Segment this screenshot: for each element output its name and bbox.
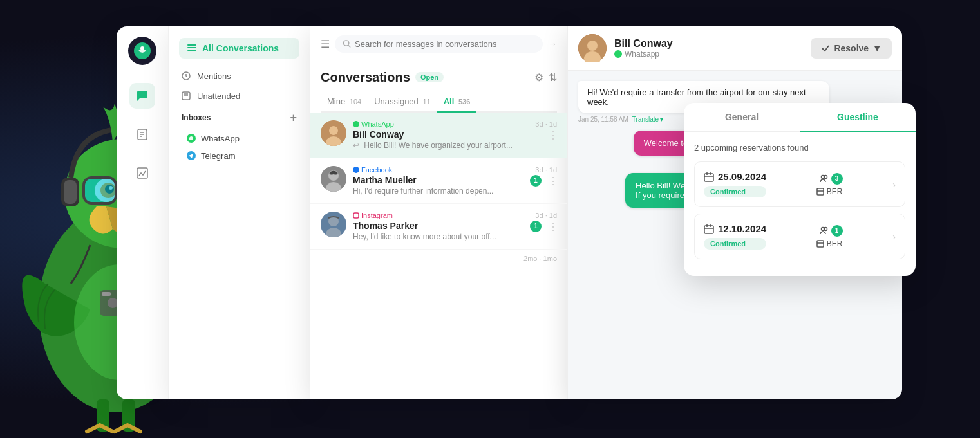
more-options-icon[interactable]: ⋮ [548,220,558,232]
whatsapp-channel-icon [614,50,622,58]
conversation-time: 3d · 1d [535,212,557,219]
chat-header: Bill Conway Whatsapp Resolve ▼ [568,26,902,71]
conversation-source: WhatsApp [353,120,394,128]
all-conversations-label: All Conversations [202,43,279,53]
filter-icon[interactable]: ⚙ [534,71,543,84]
sidebar-reports-icon[interactable] [129,160,155,186]
search-input-wrap [335,35,543,53]
conversations-panel: ☰ → Conversations Open ⚙ ⇅ [310,26,567,399]
conversation-content: Facebook 3d · 1d Martha Mueller Hi, I'd … [353,166,557,196]
translate-button[interactable]: Translate ▾ [632,116,663,123]
inboxes-label: Inboxes [182,113,211,122]
reservation-details: 1 BER [816,225,843,248]
svg-point-40 [353,121,359,127]
right-panel-tabs: General Guestline [684,103,916,132]
mentions-item[interactable]: Mentions [169,66,310,86]
sidebar-contacts-icon[interactable] [129,122,155,147]
svg-rect-9 [85,179,115,202]
search-arrow-icon: → [548,39,557,49]
chat-channel: Whatsapp [614,50,803,59]
conversation-time: 3d · 1d [535,166,557,174]
reservation-card[interactable]: 25.09.2024 Confirmed 3 [694,161,905,207]
list-item[interactable]: WhatsApp 3d · 1d Bill Conway ↩ Hello Bil… [310,113,567,158]
resolve-button[interactable]: Resolve ▼ [811,38,892,59]
conversation-source: Facebook [353,166,392,174]
unattended-item[interactable]: Unattended [169,86,310,106]
chat-header-info: Bill Conway Whatsapp [614,38,803,59]
svg-point-50 [587,41,598,51]
reservation-info: 25.09.2024 Confirmed [704,171,766,197]
calendar-icon [704,172,714,182]
svg-rect-19 [102,292,111,296]
tab-mine[interactable]: Mine 104 [321,91,368,113]
right-panel-content: 2 upcoming reservations found 25.09.2024… [684,132,916,276]
conversation-content: WhatsApp 3d · 1d Bill Conway ↩ Hello Bil… [353,120,557,150]
whatsapp-inbox-label: WhatsApp [201,134,240,143]
svg-point-66 [824,227,827,230]
reservation-guests: 1 [820,225,843,237]
search-bar: ☰ → [310,26,567,62]
reservation-guests: 3 [820,173,843,185]
app-logo [128,37,156,65]
location-icon [816,240,824,248]
reservation-status: Confirmed [704,238,766,250]
all-conversations-button[interactable]: All Conversations [179,38,299,59]
unread-badge: 1 [530,175,542,187]
add-inbox-icon[interactable]: + [290,111,297,125]
guests-icon [820,174,829,183]
conversations-title: Conversations Open [321,70,444,85]
svg-point-35 [343,41,348,46]
conversation-preview: ↩ Hello Bill! We have organized your air… [353,141,520,150]
reservation-date: 25.09.2024 [704,171,766,182]
avatar [321,212,346,237]
tab-unassigned[interactable]: Unassigned 11 [368,91,437,113]
conversations-header: Conversations Open ⚙ ⇅ Mine 104 Unassign… [310,62,567,113]
search-input[interactable] [355,39,535,49]
reservation-details: 3 BER [816,173,843,196]
open-status-badge: Open [415,72,444,82]
tab-general[interactable]: General [684,103,800,132]
conversation-list: WhatsApp 3d · 1d Bill Conway ↩ Hello Bil… [310,113,567,399]
chevron-right-icon: › [892,232,896,242]
tab-all[interactable]: All 536 [437,91,477,113]
sidebar-conversations-icon[interactable] [129,83,155,109]
avatar [321,166,346,192]
unread-badge: 1 [530,221,542,232]
svg-rect-53 [704,174,713,181]
tab-guestline[interactable]: Guestline [800,103,916,132]
chat-contact-avatar [578,34,607,62]
left-panel-header: All Conversations [169,34,310,66]
svg-point-44 [353,167,359,173]
svg-point-52 [614,50,622,58]
more-options-icon[interactable]: ⋮ [548,174,558,187]
conversation-name: Martha Mueller [353,175,557,185]
svg-rect-59 [817,188,824,195]
svg-rect-12 [64,180,77,204]
avatar [321,120,346,146]
conversation-content: Instagram 3d · 1d Thomas Parker Hey, I'd… [353,212,557,241]
svg-point-58 [824,175,827,178]
sort-icon[interactable]: ⇅ [549,71,557,84]
list-item[interactable]: Instagram 3d · 1d Thomas Parker Hey, I'd… [310,204,567,250]
conversations-header-actions: ⚙ ⇅ [534,71,557,84]
svg-line-36 [348,45,350,47]
svg-rect-28 [137,168,147,178]
conversation-preview: Hey, I'd like to know more about your of… [353,232,520,241]
guest-count-badge: 3 [831,173,843,185]
list-item[interactable]: Facebook 3d · 1d Martha Mueller Hi, I'd … [310,158,567,204]
older-time-label: 2mo · 1mo [310,250,567,268]
reservation-card[interactable]: 12.10.2024 Confirmed 1 [694,214,905,259]
calendar-icon [704,224,714,234]
checkmark-icon [821,44,830,53]
whatsapp-inbox-item[interactable]: WhatsApp [169,130,310,147]
conversation-name: Thomas Parker [353,221,557,231]
left-panel: All Conversations Mentions Unattended In… [168,26,310,399]
telegram-inbox-item[interactable]: Telegram [169,147,310,165]
more-options-icon[interactable]: ⋮ [548,129,558,141]
svg-rect-61 [704,226,713,233]
conversation-preview: Hi, I'd require further information depe… [353,187,520,196]
svg-rect-67 [817,241,824,247]
menu-icon[interactable]: ☰ [321,38,330,50]
reservation-location: BER [816,187,843,196]
conversations-title-row: Conversations Open ⚙ ⇅ [321,70,557,85]
